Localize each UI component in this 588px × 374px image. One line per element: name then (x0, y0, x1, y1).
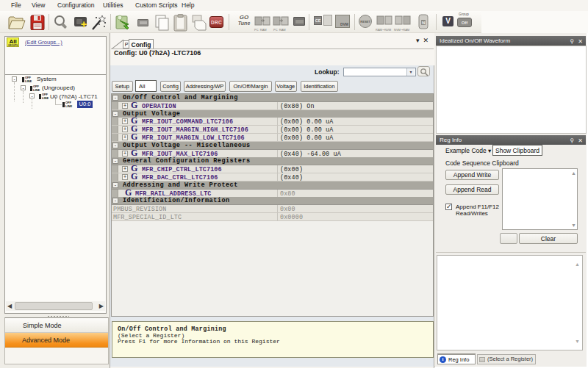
svg-text:N: N (422, 21, 425, 25)
